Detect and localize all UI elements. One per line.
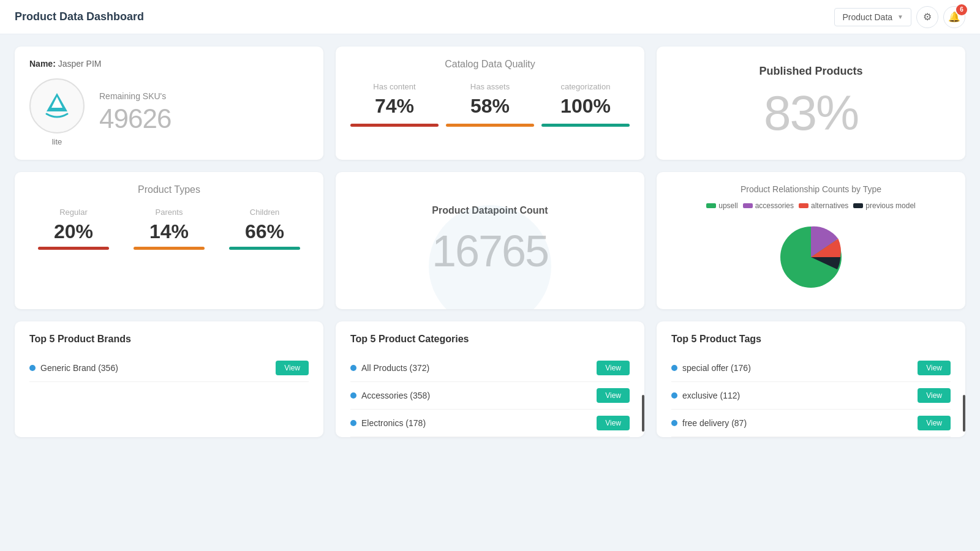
catalog-metrics: Has content 74% Has assets 58% categoriz… [350,82,630,127]
header-controls: Product Data ▼ ⚙ 🔔 6 [834,6,965,28]
tag-dot [671,420,677,426]
published-value: 83% [764,85,858,141]
metric-bar [541,124,630,127]
metric-has-assets: Has assets 58% [446,82,534,127]
jasper-name-label: Name: Jasper PIM [29,59,309,69]
sku-value: 49626 [99,103,171,134]
upsell-color [706,203,716,208]
list-item: Generic Brand (356) View [29,354,309,382]
legend: upsell accessories alternatives previous… [671,201,951,210]
jasper-logo: lite [29,78,85,146]
relationship-card: Product Relationship Counts by Type upse… [657,172,965,309]
metric-bar [446,124,534,127]
tags-title: Top 5 Product Tags [671,334,951,345]
brands-title: Top 5 Product Brands [29,334,309,345]
type-value: 66% [245,220,284,243]
metric-has-content: Has content 74% [350,82,439,127]
metric-value: 58% [470,95,510,118]
type-bar [229,247,300,250]
legend-previous-model-label: previous model [865,201,915,210]
logo-label: lite [52,137,62,146]
legend-upsell: upsell [706,201,737,210]
legend-accessories-label: accessories [755,201,794,210]
list-item: free delivery (87) View [671,410,951,437]
view-button[interactable]: View [276,361,309,375]
category-label: Accessories (358) [350,391,430,400]
metric-label: categorization [561,82,611,91]
notification-badge: 6 [956,4,967,15]
published-products-card: Published Products 83% [657,47,965,160]
type-label: Parents [156,208,183,217]
settings-button[interactable]: ⚙ [916,6,938,28]
metric-value: 100% [560,95,611,118]
sku-label: Remaining SKU's [99,91,171,101]
tag-label: special offer (176) [671,363,751,373]
categories-card: Top 5 Product Categories All Products (3… [336,321,644,437]
accessories-color [743,203,753,208]
category-dot [350,365,356,371]
brand-item-label: Generic Brand (356) [29,363,118,373]
tag-name: special offer (176) [682,363,751,373]
dashboard-grid: Name: Jasper PIM [0,34,980,449]
logo-circle [29,78,85,133]
datapoint-bg-circle [429,205,551,309]
tags-card: Top 5 Product Tags special offer (176) V… [657,321,965,437]
relationship-title: Product Relationship Counts by Type [671,184,951,194]
sku-info: Remaining SKU's 49626 [99,91,171,134]
tag-label: exclusive (112) [671,391,740,400]
tag-dot [671,392,677,399]
previous-model-color [853,203,863,208]
legend-alternatives-label: alternatives [811,201,848,210]
tag-name: exclusive (112) [682,391,740,400]
catalog-quality-card: Catalog Data Quality Has content 74% Has… [336,47,644,160]
jasper-pim-card: Name: Jasper PIM [15,47,323,160]
jasper-logo-icon [40,88,74,124]
category-dot [350,392,356,399]
types-title: Product Types [29,184,309,195]
view-button[interactable]: View [597,416,630,430]
notifications-button[interactable]: 🔔 6 [943,6,965,28]
tag-dot [671,365,677,371]
type-regular: Regular 20% [29,208,118,250]
alternatives-color [799,203,809,208]
legend-accessories: accessories [743,201,794,210]
gear-icon: ⚙ [923,11,932,23]
product-types-card: Product Types Regular 20% Parents 14% Ch… [15,172,323,309]
list-item: exclusive (112) View [671,382,951,410]
scrollbar[interactable] [963,395,965,432]
metric-label: Has content [373,82,415,91]
scrollbar[interactable] [642,395,644,432]
view-button[interactable]: View [918,388,951,403]
list-item: All Products (372) View [350,354,630,382]
view-button[interactable]: View [597,361,630,375]
brand-dot [29,365,36,371]
tag-label: free delivery (87) [671,418,747,428]
view-button[interactable]: View [918,416,951,430]
type-parents: Parents 14% [125,208,213,250]
chevron-down-icon: ▼ [897,13,903,20]
category-name: Electronics (178) [361,418,426,428]
pie-chart [771,217,851,297]
metric-value: 74% [375,95,414,118]
types-metrics: Regular 20% Parents 14% Children 66% [29,208,309,250]
view-button[interactable]: View [918,361,951,375]
category-label: Electronics (178) [350,418,426,428]
list-item: special offer (176) View [671,354,951,382]
tag-name: free delivery (87) [682,418,747,428]
view-button[interactable]: View [597,388,630,403]
product-data-selector[interactable]: Product Data ▼ [834,8,911,26]
metric-bar [350,124,439,127]
list-item: Electronics (178) View [350,410,630,437]
published-title: Published Products [759,65,862,78]
category-dot [350,420,356,426]
type-label: Children [250,208,279,217]
type-bar [134,247,204,250]
page-title: Product Data Dashboard [15,10,144,23]
jasper-content: lite Remaining SKU's 49626 [29,78,309,146]
metric-label: Has assets [470,82,510,91]
brand-name: Generic Brand (356) [40,363,118,373]
header: Product Data Dashboard Product Data ▼ ⚙ … [0,0,980,34]
category-label: All Products (372) [350,363,429,373]
legend-alternatives: alternatives [799,201,848,210]
category-name: Accessories (358) [361,391,430,400]
